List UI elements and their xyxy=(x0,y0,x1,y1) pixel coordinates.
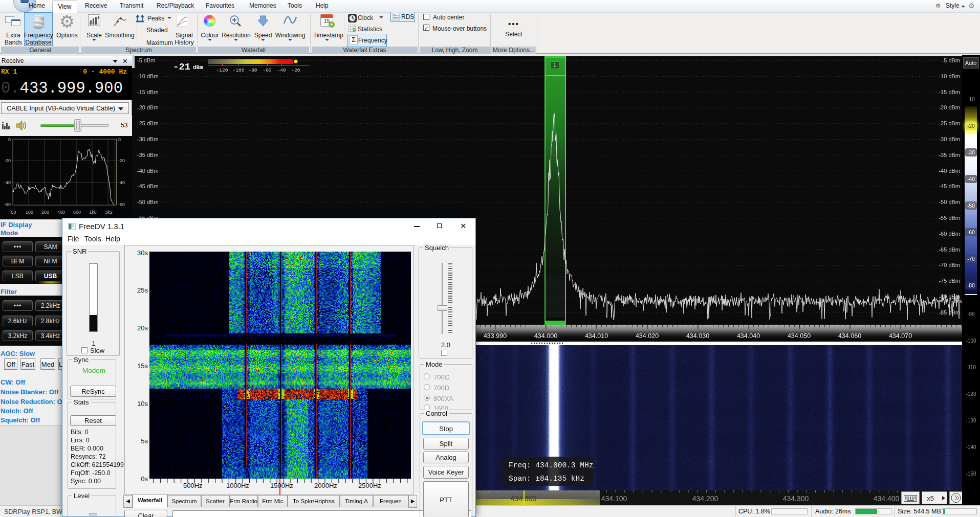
svg-text:9: 9 xyxy=(353,27,356,33)
